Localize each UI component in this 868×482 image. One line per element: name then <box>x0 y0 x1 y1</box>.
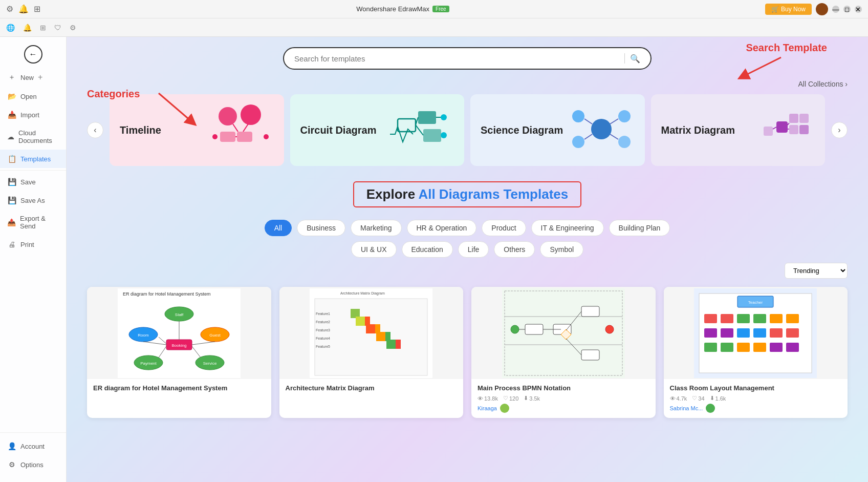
svg-rect-64 <box>386 340 396 349</box>
science-label: Science Diagram <box>481 124 563 136</box>
category-card-science[interactable]: Science Diagram <box>470 94 645 166</box>
filter-symbol[interactable]: Symbol <box>540 241 583 258</box>
template-title-bpmn: Main Process BPMN Notation <box>478 384 649 392</box>
filter-others[interactable]: Others <box>494 241 535 258</box>
buy-now-button[interactable]: 🛒 Buy Now <box>765 4 812 15</box>
filter-business[interactable]: Business <box>297 220 345 236</box>
category-card-circuit[interactable]: Circuit Diagram <box>290 94 465 166</box>
svg-line-51 <box>159 337 166 344</box>
minimize-button[interactable]: — <box>832 6 839 13</box>
prev-arrow[interactable]: ‹ <box>87 122 103 138</box>
svg-rect-94 <box>704 328 717 338</box>
svg-point-15 <box>441 114 447 120</box>
maximize-button[interactable]: □ <box>843 6 851 13</box>
filter-ui[interactable]: UI & UX <box>351 241 397 258</box>
globe-icon[interactable]: 🌐 <box>6 24 15 32</box>
sidebar-item-cloud[interactable]: ☁ Cloud Documents <box>0 124 66 150</box>
grid-icon[interactable]: ⊞ <box>34 4 40 14</box>
science-icon <box>568 103 635 157</box>
svg-point-8 <box>264 134 269 139</box>
category-card-matrix[interactable]: Matrix Diagram <box>651 94 826 166</box>
next-arrow[interactable]: › <box>831 122 848 138</box>
sidebar-item-options[interactable]: ⚙ Options <box>0 455 66 474</box>
avatar[interactable] <box>816 3 828 15</box>
template-thumb-bpmn <box>471 287 656 379</box>
filter-marketing[interactable]: Marketing <box>351 220 401 236</box>
svg-rect-88 <box>704 314 717 323</box>
svg-line-2 <box>233 124 238 132</box>
svg-rect-4 <box>220 132 235 142</box>
titlebar: ⚙ 🔔 ⊞ Wondershare EdrawMax Free 🛒 Buy No… <box>0 0 868 18</box>
filter-all[interactable]: All <box>265 220 292 236</box>
svg-rect-98 <box>770 328 783 338</box>
sidebar-item-new[interactable]: ＋ New + <box>0 68 66 87</box>
bell-icon[interactable]: 🔔 <box>18 4 29 14</box>
search-input[interactable] <box>294 54 619 63</box>
bpmn-likes: ♡ 120 <box>503 395 518 402</box>
sidebar-nav: ＋ New + 📂 Open 📥 Import ☁ Cloud Document… <box>0 68 66 432</box>
template-card-er[interactable]: ER diagram for Hotel Management System S… <box>87 287 271 418</box>
all-collections-link[interactable]: All Collections › <box>798 80 848 88</box>
sidebar-item-account[interactable]: 👤 Account <box>0 437 66 455</box>
account-icon: 👤 <box>7 442 16 450</box>
template-title-matrix: Architecture Matrix Diagram <box>286 384 458 392</box>
settings-icon[interactable]: ⚙ <box>6 4 13 14</box>
sidebar-label-export: Export & Send <box>20 215 59 230</box>
filter-product[interactable]: Product <box>482 220 526 236</box>
sidebar-item-save[interactable]: 💾 Save <box>0 173 66 191</box>
toolbar-icons: ⚙ 🔔 ⊞ <box>6 4 40 14</box>
svg-rect-92 <box>770 314 783 323</box>
export-icon: 📤 <box>7 218 16 226</box>
search-button[interactable]: 🔍 <box>630 54 640 64</box>
svg-rect-103 <box>753 343 766 352</box>
template-info-bpmn: Main Process BPMN Notation 👁 13.8k ♡ 120… <box>471 379 656 418</box>
svg-text:Teacher: Teacher <box>748 300 763 305</box>
filter-it[interactable]: IT & Engineering <box>531 220 604 236</box>
classroom-likes: ♡ 34 <box>692 395 704 402</box>
svg-rect-31 <box>764 127 773 136</box>
svg-rect-104 <box>770 343 783 352</box>
shield-icon[interactable]: 🛡 <box>54 24 61 32</box>
circuit-label: Circuit Diagram <box>300 124 377 136</box>
svg-text:Booking: Booking <box>171 343 186 348</box>
svg-point-21 <box>618 136 631 148</box>
search-container: 🔍 <box>87 47 848 70</box>
template-card-matrix[interactable]: Architecture Matrix Diagram <box>279 287 464 418</box>
svg-line-33 <box>788 123 789 125</box>
sidebar-item-saveas[interactable]: 💾 Save As <box>0 191 66 209</box>
filter-hr[interactable]: HR & Operation <box>407 220 477 236</box>
template-info-classroom: Class Room Layout Management 👁 4.7k ♡ 34… <box>664 379 848 418</box>
search-divider <box>624 53 625 64</box>
svg-rect-89 <box>721 314 733 323</box>
sidebar-label-new: New <box>20 74 34 81</box>
close-button[interactable]: ✕ <box>855 6 862 13</box>
sidebar-item-print[interactable]: 🖨 Print <box>0 235 66 254</box>
notification-icon[interactable]: 🔔 <box>23 24 32 32</box>
sort-bar: Trending Newest Most Popular <box>87 263 848 279</box>
gear-icon[interactable]: ⚙ <box>70 24 76 32</box>
sort-dropdown[interactable]: Trending Newest Most Popular <box>785 263 848 279</box>
sidebar: ← ＋ New + 📂 Open 📥 Import ☁ Cloud Docume… <box>0 37 67 482</box>
svg-point-1 <box>241 104 261 125</box>
filter-life[interactable]: Life <box>458 241 489 258</box>
sidebar-item-export[interactable]: 📤 Export & Send <box>0 209 66 235</box>
explore-title: Explore All Diagrams Templates <box>353 181 581 207</box>
sidebar-item-open[interactable]: 📂 Open <box>0 87 66 106</box>
apps-icon[interactable]: ⊞ <box>40 24 46 32</box>
svg-line-22 <box>584 119 592 124</box>
svg-rect-9 <box>398 119 416 132</box>
svg-text:Payment: Payment <box>140 361 157 366</box>
svg-line-25 <box>610 134 618 139</box>
template-card-bpmn[interactable]: Main Process BPMN Notation 👁 13.8k ♡ 120… <box>471 287 656 418</box>
template-card-classroom[interactable]: Teacher <box>664 287 848 418</box>
print-icon: 🖨 <box>7 240 16 248</box>
sidebar-item-import[interactable]: 📥 Import <box>0 106 66 124</box>
template-meta-bpmn: 👁 13.8k ♡ 120 ⬇ 3.5k <box>478 395 649 402</box>
filter-education[interactable]: Education <box>402 241 453 258</box>
svg-line-13 <box>416 125 423 135</box>
filter-building[interactable]: Building Plan <box>609 220 670 236</box>
sidebar-item-templates[interactable]: 📋 Templates <box>0 150 66 168</box>
back-button[interactable]: ← <box>24 45 42 64</box>
category-card-timeline[interactable]: Timeline <box>110 94 284 166</box>
bpmn-downloads: ⬇ 3.5k <box>524 395 540 402</box>
